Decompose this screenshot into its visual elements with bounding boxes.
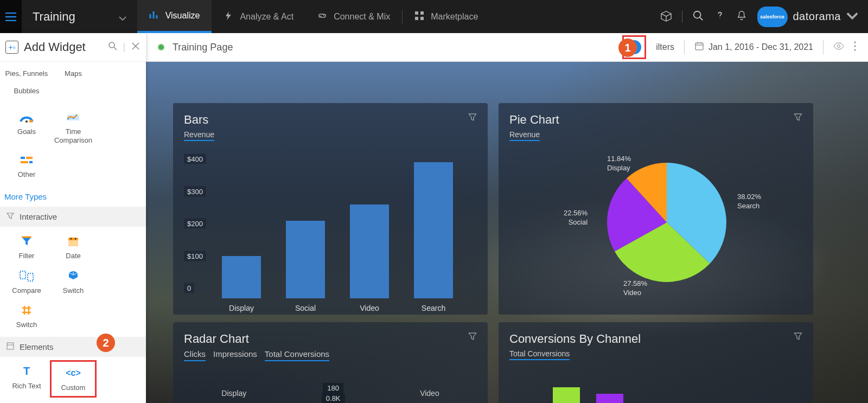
bar-chart: 0 $100 $200 $300 $400	[211, 152, 477, 298]
brand[interactable]: salesforce datorama	[757, 7, 859, 27]
widget-subtitle: Revenue	[184, 130, 214, 141]
nav-tabs: Visualize Analyze & Act Connect & Mix Ma…	[137, 0, 490, 33]
widget-interactive-date[interactable]: Date	[50, 230, 97, 265]
tab-marketplace[interactable]: Marketplace	[403, 0, 490, 33]
widget-conversions[interactable]: Conversions By Channel Total Conversions	[499, 322, 813, 403]
help-icon[interactable]	[714, 10, 726, 24]
tab-visualize[interactable]: Visualize	[137, 0, 212, 33]
widget-interactive-switch-2[interactable]: Switch	[3, 299, 50, 334]
svg-point-6	[25, 120, 28, 123]
compare-icon	[17, 269, 36, 283]
workspace-selector[interactable]: Training	[22, 10, 137, 24]
svg-point-26	[854, 42, 856, 43]
status-dot	[157, 43, 165, 51]
tab-connect[interactable]: Connect & Mix	[305, 0, 402, 33]
bar-search	[414, 162, 453, 298]
box-icon[interactable]	[660, 10, 672, 24]
conv-bar	[553, 387, 580, 403]
y-tick: $100	[184, 251, 206, 261]
code-icon: <c>	[63, 366, 83, 380]
svg-rect-16	[20, 271, 25, 279]
widget-subtitle: Total Conversions	[509, 349, 570, 360]
search-icon[interactable]	[108, 41, 118, 53]
y-tick: $300	[184, 186, 206, 196]
grid-icon	[414, 11, 424, 23]
filter-icon[interactable]	[468, 113, 477, 124]
cube-icon	[63, 269, 83, 283]
filter-icon[interactable]	[794, 113, 802, 124]
widget-type-maps[interactable]: Maps	[50, 65, 97, 82]
search-icon[interactable]	[692, 10, 704, 24]
svg-rect-1	[420, 11, 424, 15]
widget-interactive-filter[interactable]: Filter	[3, 230, 50, 265]
widget-interactive-compare[interactable]: Compare	[3, 265, 50, 299]
bars-icon	[149, 10, 159, 22]
date-range-text: Jan 1, 2016 - Dec 31, 2021	[709, 42, 813, 52]
more-types-link[interactable]: More Types	[0, 187, 146, 207]
divider	[682, 11, 682, 23]
radar-tab-clicks[interactable]: Clicks	[184, 349, 206, 361]
bell-icon[interactable]	[736, 10, 748, 24]
x-label: Video	[350, 304, 389, 312]
widget-type-pies[interactable]: Pies, Funnels	[3, 65, 50, 82]
widget-type-bubbles[interactable]: Bubbles	[3, 82, 50, 100]
chevron-down-icon	[119, 10, 126, 24]
tab-label: Visualize	[165, 11, 200, 21]
annotation-marker-1: 1	[618, 39, 637, 57]
svg-rect-0	[415, 11, 418, 15]
widget-element-headers[interactable]: Headers	[50, 398, 97, 403]
svg-rect-17	[28, 273, 33, 281]
filter-icon	[7, 212, 14, 221]
hamburger-button[interactable]	[0, 0, 22, 33]
more-icon[interactable]	[854, 41, 856, 53]
gauge-icon	[17, 110, 36, 124]
y-tick: $200	[184, 219, 206, 229]
widget-radar[interactable]: Radar Chart Clicks Impressions Total Con…	[173, 322, 488, 403]
calendar-icon	[63, 234, 83, 248]
widget-element-rich-text[interactable]: T Rich Text	[3, 360, 50, 398]
widget-title: Radar Chart	[184, 332, 337, 346]
svg-rect-24	[695, 43, 703, 50]
widget-bars[interactable]: Bars Revenue 0 $100 $200 $300 $400 Displ…	[173, 103, 488, 315]
svg-point-28	[854, 49, 856, 51]
svg-text:<c>: <c>	[66, 368, 81, 378]
dashboard-canvas: Bars Revenue 0 $100 $200 $300 $400 Displ…	[146, 62, 868, 403]
section-interactive: Interactive	[0, 207, 146, 227]
bar-video	[350, 204, 389, 298]
radar-tab-impressions[interactable]: Impressions	[213, 349, 257, 361]
panel-title: Add Widget	[24, 40, 103, 54]
filters-label[interactable]: ilters	[656, 42, 674, 52]
bar-display	[222, 256, 261, 298]
tab-label: Analyze & Act	[240, 12, 293, 22]
widget-type-other[interactable]: Other	[3, 149, 50, 183]
widget-interactive-switch-1[interactable]: Switch	[50, 265, 97, 299]
date-range-picker[interactable]: Jan 1, 2016 - Dec 31, 2021	[694, 41, 813, 53]
widget-type-goals[interactable]: Goals	[3, 106, 50, 149]
tab-analyze[interactable]: Analyze & Act	[212, 0, 305, 33]
radar-tab-conversions[interactable]: Total Conversions	[265, 349, 329, 361]
y-tick: 0	[184, 283, 194, 293]
widget-type-time-comparison[interactable]: Time Comparison	[50, 106, 97, 149]
divider	[823, 40, 824, 54]
chevron-down-icon	[846, 10, 858, 24]
tab-label: Connect & Mix	[334, 12, 390, 22]
close-icon[interactable]	[131, 41, 141, 53]
widget-title: Bars	[184, 113, 214, 127]
link-icon	[317, 11, 327, 23]
svg-rect-8	[21, 157, 25, 159]
widget-title: Pie Chart	[509, 113, 559, 127]
pie-label-social: 22.56% Social	[564, 209, 588, 227]
widget-pie[interactable]: Pie Chart Revenue 38.02% Search 27.58% V…	[499, 103, 813, 315]
widget-element-custom[interactable]: <c> Custom	[50, 360, 97, 398]
panel-header: +▫ Add Widget |	[0, 33, 146, 62]
filter-icon[interactable]	[794, 332, 802, 343]
filter-icon[interactable]	[468, 332, 477, 343]
eye-icon[interactable]	[833, 42, 844, 52]
pie-chart: 38.02% Search 27.58% Video 22.56% Social…	[509, 146, 802, 304]
widget-element-image[interactable]: age	[3, 398, 50, 403]
tab-label: Marketplace	[431, 12, 478, 22]
add-widget-panel: +▫ Add Widget | Pies, Funnels Maps Bubbl…	[0, 33, 146, 403]
svg-rect-13	[68, 240, 78, 246]
radar-vertex-display: Display	[221, 389, 246, 398]
other-icon	[17, 153, 36, 167]
